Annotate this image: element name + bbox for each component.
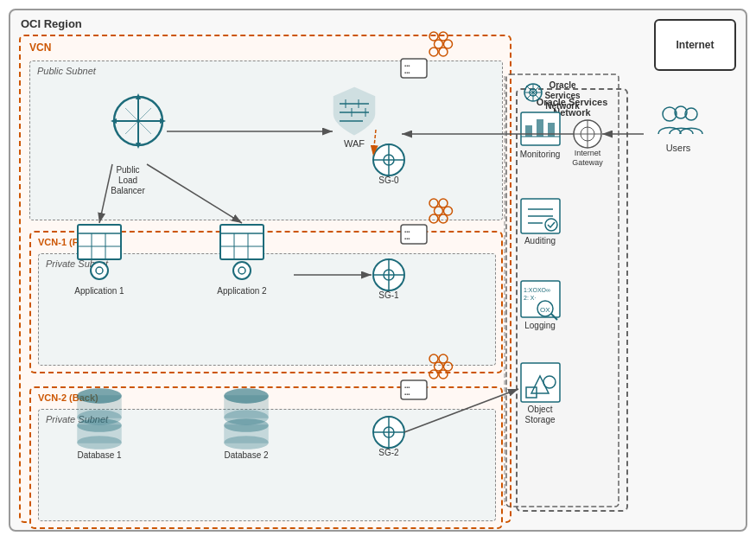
diagram-wrapper: OCI Region VCN Public Subnet VCN-1 (Fron…: [0, 0, 756, 542]
public-subnet: Public Subnet: [29, 61, 503, 220]
internet-label: Internet: [676, 39, 714, 51]
private-subnet-2: Private Subnet: [38, 409, 496, 521]
vcn-label: VCN: [29, 41, 51, 54]
osn-label: Oracle Services Network: [524, 97, 619, 118]
vcn1-label: VCN-1 (Front): [38, 237, 100, 247]
vcn2-label: VCN-2 (Back): [38, 392, 98, 403]
internet-box: Internet: [654, 19, 736, 71]
private-subnet-1-label: Private Subnet: [46, 258, 108, 269]
vcn-box: VCN Public Subnet VCN-1 (Front) Private …: [19, 35, 511, 523]
region-label: OCI Region: [21, 17, 82, 30]
private-subnet-2-label: Private Subnet: [46, 414, 108, 424]
osn-box: Oracle Services Network: [516, 88, 628, 512]
oci-region: OCI Region VCN Public Subnet VCN-1 (Fron…: [9, 9, 747, 532]
public-subnet-label: Public Subnet: [37, 66, 96, 76]
vcn1-box: VCN-1 (Front) Private Subnet: [29, 231, 503, 373]
vcn2-box: VCN-2 (Back) Private Subnet: [29, 386, 503, 529]
private-subnet-1: Private Subnet: [38, 253, 496, 366]
